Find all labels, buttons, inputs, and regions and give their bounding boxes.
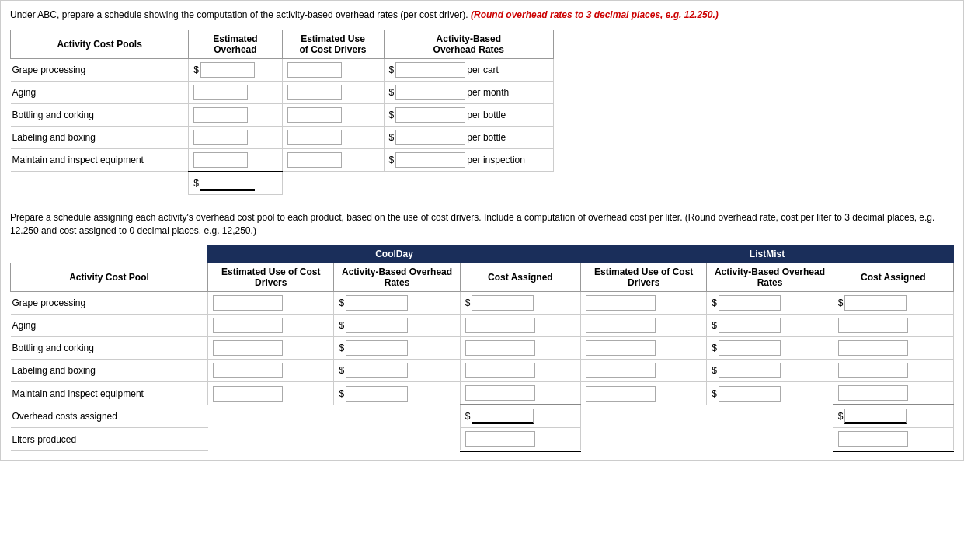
t2-cost-assigned-lm-subheader: Cost Assigned bbox=[833, 263, 953, 292]
t2-input-est-cd-labeling[interactable] bbox=[213, 363, 283, 378]
t2-input-cost-cd-bottling[interactable] bbox=[465, 340, 535, 356]
t1-input-overhead-grape[interactable] bbox=[200, 62, 255, 78]
t2-input-cost-lm-labeling[interactable] bbox=[838, 363, 908, 378]
t2-input-rates-cd-bottling[interactable] bbox=[346, 340, 408, 356]
t2-input-rates-cd-aging[interactable] bbox=[346, 318, 408, 333]
t2-input-cost-cd-aging[interactable] bbox=[465, 318, 535, 333]
t2-input-rates-cd-labeling[interactable] bbox=[346, 363, 408, 378]
instruction2: Prepare a schedule assigning each activi… bbox=[10, 211, 954, 238]
t2-cd-grape-lm bbox=[581, 292, 707, 315]
t1-col3-header: Estimated Use of Cost Drivers bbox=[282, 30, 384, 58]
t2-est-cd-subheader: Estimated Use of Cost Drivers bbox=[208, 263, 334, 292]
section2: Prepare a schedule assigning each activi… bbox=[0, 203, 964, 461]
t2-cost-assigned-cd-subheader: Cost Assigned bbox=[460, 263, 580, 292]
t1-input-rates-labeling[interactable] bbox=[395, 130, 465, 145]
t2-input-rates-cd-maintain[interactable] bbox=[346, 386, 408, 402]
t2-input-total-lm[interactable] bbox=[844, 409, 907, 424]
t2-listmist-header: ListMist bbox=[581, 245, 954, 263]
t2-rates-grape-cd: $ bbox=[334, 292, 460, 315]
t2-input-liters-lm[interactable] bbox=[838, 431, 908, 447]
t2-empty-header bbox=[11, 245, 208, 263]
t2-input-est-lm-grape[interactable] bbox=[586, 295, 656, 311]
t1-input-overhead-bottling[interactable] bbox=[193, 107, 248, 123]
instruction1-plain: Under ABC, prepare a schedule showing th… bbox=[10, 9, 468, 20]
t2-label-overhead-total: Overhead costs assigned bbox=[11, 405, 208, 428]
t1-cost-drivers-labeling bbox=[282, 126, 384, 148]
t2-row-liters: Liters produced bbox=[11, 428, 954, 451]
t1-est-overhead-grape: $ bbox=[189, 58, 282, 81]
t2-cost-grape-cd: $ bbox=[460, 292, 580, 315]
t1-input-rates-maintain[interactable] bbox=[395, 152, 465, 168]
t2-input-cost-lm-bottling[interactable] bbox=[838, 340, 908, 356]
t1-total-cell: $ bbox=[189, 172, 282, 195]
t1-label-labeling: Labeling and boxing bbox=[11, 126, 189, 148]
t1-ab-rates-labeling: $ per bottle bbox=[384, 126, 553, 148]
table2: CoolDay ListMist Activity Cost Pool Esti… bbox=[10, 245, 954, 452]
t2-cd-grape-cd bbox=[208, 292, 334, 315]
t2-cost-grape-lm: $ bbox=[833, 292, 953, 315]
t1-row-total: $ bbox=[11, 172, 554, 195]
t2-label-liters: Liters produced bbox=[11, 428, 208, 451]
t1-input-rates-aging[interactable] bbox=[395, 85, 465, 100]
t1-ab-rates-aging: $ per month bbox=[384, 81, 553, 103]
t2-label-bottling: Bottling and corking bbox=[11, 337, 208, 360]
t2-input-liters-cd[interactable] bbox=[465, 431, 535, 447]
t2-input-est-lm-maintain[interactable] bbox=[586, 386, 656, 402]
t1-ab-rates-grape: $ per cart bbox=[384, 58, 553, 81]
t2-liters-lm bbox=[833, 428, 953, 451]
t1-row-aging: Aging $ per month bbox=[11, 81, 554, 103]
t1-col2-header: Estimated Overhead bbox=[189, 30, 282, 58]
t1-cost-drivers-grape[interactable] bbox=[282, 58, 384, 81]
t2-input-total-cd[interactable] bbox=[472, 409, 534, 424]
t2-input-rates-lm-maintain[interactable] bbox=[719, 386, 781, 402]
t2-row-labeling: Labeling and boxing $ bbox=[11, 360, 954, 382]
t1-input-overhead-aging[interactable] bbox=[193, 85, 248, 100]
t2-label-grape: Grape processing bbox=[11, 292, 208, 315]
t2-input-rates-cd-grape[interactable] bbox=[346, 295, 408, 311]
t2-input-est-cd-grape[interactable] bbox=[213, 295, 283, 311]
t2-ab-rates-cd-subheader: Activity-Based Overhead Rates bbox=[334, 263, 460, 292]
t2-input-cost-lm-aging[interactable] bbox=[838, 318, 908, 333]
t2-total-lm: $ bbox=[833, 405, 953, 428]
t1-input-drivers-grape[interactable] bbox=[287, 62, 342, 78]
t2-row-grape: Grape processing $ $ bbox=[11, 292, 954, 315]
t2-label-labeling: Labeling and boxing bbox=[11, 360, 208, 382]
t2-input-est-lm-bottling[interactable] bbox=[586, 340, 656, 356]
t1-input-overhead-maintain[interactable] bbox=[193, 152, 248, 168]
t2-row-bottling: Bottling and corking $ bbox=[11, 337, 954, 360]
t2-row-maintain: Maintain and inspect equipment $ bbox=[11, 382, 954, 405]
t2-input-cost-cd-grape[interactable] bbox=[472, 295, 534, 311]
t2-input-rates-lm-grape[interactable] bbox=[719, 295, 781, 311]
t1-cost-drivers-maintain bbox=[282, 148, 384, 172]
t1-input-drivers-bottling[interactable] bbox=[287, 107, 342, 123]
t1-label-maintain: Maintain and inspect equipment bbox=[11, 148, 189, 172]
t1-input-total[interactable] bbox=[200, 176, 255, 191]
t1-input-rates-grape[interactable] bbox=[395, 62, 465, 78]
t1-col4-header: Activity-Based Overhead Rates bbox=[384, 30, 553, 58]
t2-input-cost-cd-maintain[interactable] bbox=[465, 385, 535, 401]
t1-row-labeling: Labeling and boxing $ per bottle bbox=[11, 126, 554, 148]
t2-input-rates-lm-aging[interactable] bbox=[719, 318, 781, 333]
t2-input-rates-lm-bottling[interactable] bbox=[719, 340, 781, 356]
t2-input-rates-lm-labeling[interactable] bbox=[719, 363, 781, 378]
t2-total-cd: $ bbox=[460, 405, 580, 428]
t1-ab-rates-bottling: $ per bottle bbox=[384, 103, 553, 126]
t2-input-cost-lm-maintain[interactable] bbox=[838, 385, 908, 401]
t2-input-cost-cd-labeling[interactable] bbox=[465, 363, 535, 378]
t2-rates-grape-lm: $ bbox=[707, 292, 833, 315]
section1: Under ABC, prepare a schedule showing th… bbox=[0, 0, 964, 203]
t2-input-est-cd-aging[interactable] bbox=[213, 318, 283, 333]
t1-input-drivers-labeling[interactable] bbox=[287, 130, 342, 145]
t2-input-cost-lm-grape[interactable] bbox=[844, 295, 907, 311]
t1-input-drivers-maintain[interactable] bbox=[287, 152, 342, 168]
t2-input-est-cd-bottling[interactable] bbox=[213, 340, 283, 356]
t1-input-overhead-labeling[interactable] bbox=[193, 130, 248, 145]
t1-ab-rates-maintain: $ per inspection bbox=[384, 148, 553, 172]
instruction1-bold: (Round overhead rates to 3 decimal place… bbox=[471, 9, 719, 20]
t1-input-drivers-aging[interactable] bbox=[287, 85, 342, 100]
t2-input-est-cd-maintain[interactable] bbox=[213, 386, 283, 402]
t2-input-est-lm-labeling[interactable] bbox=[586, 363, 656, 378]
t2-row-overhead-total: Overhead costs assigned $ $ bbox=[11, 405, 954, 428]
t1-input-rates-bottling[interactable] bbox=[395, 107, 465, 123]
t2-input-est-lm-aging[interactable] bbox=[586, 318, 656, 333]
